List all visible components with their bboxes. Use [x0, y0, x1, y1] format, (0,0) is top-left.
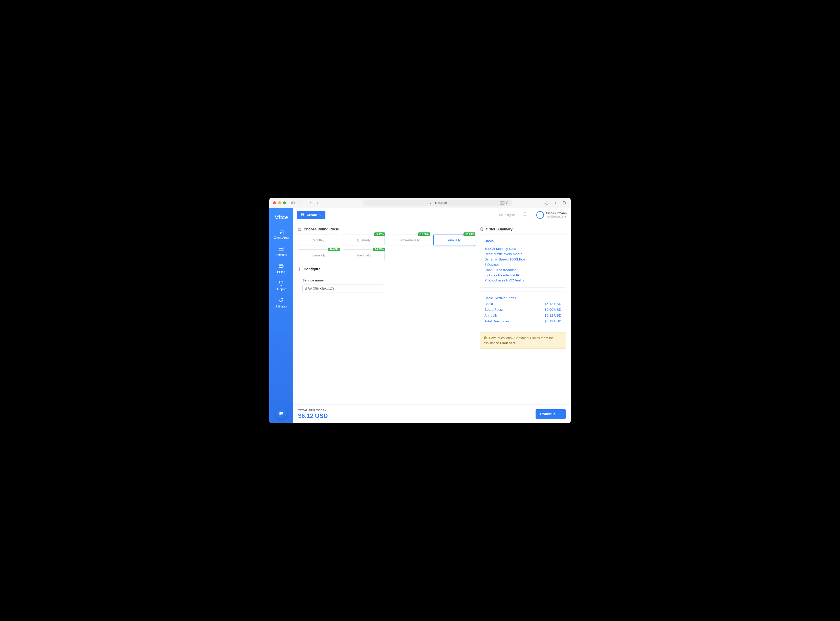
continue-button[interactable]: Continue	[536, 409, 566, 419]
app-root: Mitce Client Area Services Billing Suppo…	[269, 208, 571, 423]
support-icon	[278, 280, 284, 286]
bell-icon	[523, 212, 527, 217]
plan-feature: ChatGPT&Streaming	[485, 268, 561, 273]
clipboard-icon	[480, 227, 484, 231]
card-icon	[278, 263, 284, 269]
discount-badge: -10.00%	[418, 232, 430, 236]
price-row: Annually:$6.12 USD	[485, 313, 561, 319]
sales-notice: ? Have questions? Contact our sales team…	[480, 332, 566, 348]
svg-rect-14	[279, 281, 283, 285]
cycle-label: Quarterly	[357, 238, 371, 242]
svg-text:?: ?	[485, 337, 486, 339]
language-icon: A文	[499, 214, 503, 217]
language-switcher[interactable]: A文 English	[499, 213, 516, 217]
total-due-label: TOTAL DUE TODAY	[298, 409, 328, 412]
configure-card: Service name	[298, 274, 475, 297]
cycle-option-quarterly[interactable]: Quarterly-5.00%	[343, 234, 384, 246]
svg-rect-15	[301, 214, 302, 214]
server-icon	[278, 246, 284, 251]
forward-button[interactable]	[314, 200, 321, 206]
cycle-option-semi-annually[interactable]: Semi-Annually-10.00%	[388, 234, 430, 246]
sidebar-item-label: Billing	[277, 270, 285, 274]
cycle-label: Annually	[448, 238, 461, 242]
price-value: $6.12 USD	[545, 313, 561, 319]
reload-icon[interactable]	[506, 201, 509, 204]
price-label: Basic	[485, 301, 493, 307]
cycle-label: Semi-Annually	[398, 238, 420, 242]
chat-widget-button[interactable]	[276, 409, 286, 419]
content: Choose Billing Cycle MonthlyQuarterly-5.…	[293, 222, 571, 404]
cycle-option-monthly[interactable]: Monthly	[298, 234, 339, 246]
plan-features: 100GB Monthly DataReset traffic every mo…	[485, 246, 561, 283]
cycle-options-row2: Biennially-20.00%Triennially-20.00%	[298, 249, 475, 261]
address-bar-domain: mitce.com	[433, 201, 447, 204]
price-row: Total Due Today:$6.12 USD	[485, 319, 561, 324]
create-button[interactable]: Create	[297, 211, 325, 219]
sidebar-item-affiliates[interactable]: Affiliates	[269, 295, 293, 312]
brand-logo[interactable]: Mitce	[274, 215, 288, 220]
power-icon	[538, 213, 542, 217]
back-button[interactable]	[308, 200, 314, 206]
continue-button-label: Continue	[540, 412, 556, 416]
sidebar-item-label: Client Area	[274, 236, 289, 239]
create-icon	[301, 213, 305, 217]
close-window-button[interactable]	[273, 201, 276, 204]
sidebar-item-client-area[interactable]: Client Area	[269, 226, 293, 243]
plan-feature: Reset traffic every month	[485, 251, 561, 257]
lock-icon	[428, 201, 431, 204]
plan-feature: 100GB Monthly Data	[485, 246, 561, 251]
price-value: $0.00 USD	[545, 307, 561, 313]
price-value: $6.12 USD	[545, 319, 561, 324]
traffic-lights	[273, 201, 286, 204]
cycle-icon	[298, 227, 302, 231]
zoom-window-button[interactable]	[283, 201, 286, 204]
price-row: Basic$6.12 USD	[485, 301, 561, 307]
discount-badge: -5.00%	[374, 232, 385, 236]
chevron-down-icon[interactable]	[297, 200, 303, 206]
discount-badge: -20.00%	[328, 248, 340, 251]
sidebar: Mitce Client Area Services Billing Suppo…	[269, 208, 293, 423]
total-due-amount: $6.12 USD	[298, 412, 328, 420]
minimize-window-button[interactable]	[278, 201, 281, 204]
sidebar-item-services[interactable]: Services	[269, 243, 293, 260]
browser-window: mitce.com Mitce Client Area	[269, 198, 571, 423]
cycle-option-biennially[interactable]: Biennially-20.00%	[298, 249, 339, 261]
price-row: Setup Fees:$0.00 USD	[485, 307, 561, 313]
gear-icon	[298, 267, 302, 271]
chat-icon	[279, 411, 284, 416]
price-label: Total Due Today:	[485, 319, 510, 324]
tabs-overview-icon[interactable]	[561, 200, 567, 206]
svg-rect-0	[292, 201, 295, 204]
sidebar-toggle-icon[interactable]	[290, 200, 296, 206]
service-name-input[interactable]	[302, 284, 383, 293]
sidebar-item-billing[interactable]: Billing	[269, 260, 293, 277]
svg-point-28	[299, 268, 300, 270]
svg-rect-18	[303, 215, 304, 215]
svg-rect-24	[298, 228, 301, 230]
plan-group: Basic SwiftNet Plans	[485, 295, 561, 301]
translate-icon[interactable]	[500, 201, 504, 204]
notifications-button[interactable]	[523, 212, 527, 218]
order-summary-card: Basic 100GB Monthly DataReset traffic ev…	[480, 234, 566, 288]
cycle-option-annually[interactable]: Annually-15.00%	[433, 234, 475, 246]
sidebar-item-support[interactable]: Support	[269, 277, 293, 295]
cycle-label: Biennially	[311, 253, 326, 257]
svg-text:文: 文	[501, 214, 503, 216]
browser-chrome: mitce.com	[269, 198, 571, 208]
price-label: Annually:	[485, 313, 499, 319]
price-value: $6.12 USD	[545, 301, 561, 307]
notice-link[interactable]: Click here	[500, 341, 516, 345]
address-bar[interactable]: mitce.com	[363, 200, 512, 206]
topbar: Create A文 English Eino Gutmann	[293, 208, 571, 222]
plan-feature: Protocol uses HY2/Reality	[485, 278, 561, 283]
user-menu[interactable]: Eino Gutmann noc@mitce.com	[536, 211, 567, 219]
share-icon[interactable]	[544, 200, 550, 206]
pricing-card: Basic SwiftNet Plans Basic$6.12 USDSetup…	[480, 292, 566, 328]
discount-badge: -20.00%	[373, 248, 385, 251]
configure-heading: Configure	[298, 267, 475, 271]
new-tab-icon[interactable]	[553, 200, 559, 206]
svg-rect-12	[279, 265, 284, 268]
svg-point-11	[280, 250, 280, 250]
cycle-option-triennially[interactable]: Triennially-20.00%	[343, 249, 384, 261]
sidebar-item-label: Affiliates	[275, 305, 287, 308]
